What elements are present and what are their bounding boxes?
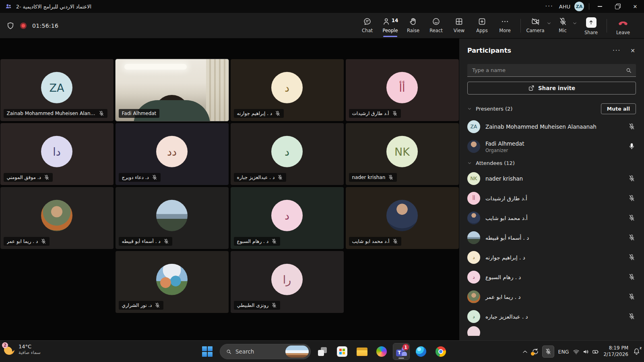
search-input[interactable] [472, 67, 625, 73]
presenter-row[interactable]: ZA Zainab Mohammed Muheisen Alanaanah [459, 117, 644, 136]
participant-photo-avatar [386, 200, 418, 231]
attendee-row[interactable]: د . ريما ابو عمر [459, 287, 644, 306]
mic-muted-icon[interactable] [628, 254, 635, 261]
battery-saver-icon[interactable] [592, 348, 599, 355]
video-tile[interactable]: را رونزى الطبيطي [231, 251, 344, 313]
file-explorer-button[interactable] [354, 343, 370, 360]
folder-icon [357, 348, 367, 356]
account-avatar[interactable]: ZA [574, 2, 584, 11]
tray-chevron-up-icon[interactable] [522, 348, 528, 355]
leave-button[interactable]: Leave [611, 14, 635, 38]
mic-muted-icon[interactable] [628, 274, 635, 280]
titlebar-more-icon[interactable]: ··· [540, 3, 559, 10]
mic-chevron-down-icon[interactable] [572, 21, 577, 26]
participant-avatar: د [271, 72, 303, 103]
notification-bell-icon [633, 348, 640, 355]
leave-handset-icon [618, 17, 628, 28]
restore-button[interactable] [609, 0, 626, 13]
panel-title: Participants [467, 47, 511, 54]
share-invite-button[interactable]: Share invite [467, 82, 636, 95]
camera-button[interactable]: Camera [525, 14, 546, 38]
volume-icon[interactable] [582, 348, 589, 355]
attendee-row[interactable]: أأ أ.د طارق ارشيدات [459, 188, 644, 208]
participant-name: د . عبدالعزيز جباره [485, 313, 528, 320]
video-tile[interactable]: د . ريما ابو عمر [0, 187, 114, 249]
attendee-row[interactable]: أ.د محمد ابو شايب [459, 208, 644, 228]
video-tile[interactable]: NK nader krishan [346, 123, 459, 185]
wifi-icon[interactable] [573, 348, 580, 355]
mic-muted-icon[interactable] [628, 195, 635, 202]
minimize-button[interactable] [591, 0, 609, 13]
mic-active-icon[interactable] [628, 143, 635, 150]
notification-center-button[interactable]: z [633, 348, 641, 356]
mic-muted-icon[interactable] [628, 123, 635, 130]
search-label: Search [235, 348, 282, 355]
video-tile-camera-on[interactable]: Fadi Alhmedat [116, 59, 229, 121]
presenter-row[interactable]: Fadi Alhmedat Organizer [459, 136, 644, 156]
task-view-icon [318, 347, 327, 356]
weather-widget[interactable]: 2 14°C سماء صافية [4, 343, 41, 355]
view-button[interactable]: View [448, 14, 471, 38]
video-tile[interactable]: أ.د محمد ابو شايب [346, 187, 459, 249]
attendee-row-partial[interactable] [459, 326, 644, 336]
clock[interactable]: 8:19 PM 2/17/2026 [602, 345, 630, 358]
video-tile[interactable]: د . أسماء أبو قبيطه [116, 187, 229, 249]
chat-button[interactable]: Chat [356, 14, 379, 38]
people-count: 14 [392, 18, 398, 23]
participant-photo-avatar [467, 140, 480, 153]
teams-taskbar-button[interactable]: 1 [393, 343, 409, 360]
attendee-row[interactable]: د د . عبدالعزيز جباره [459, 306, 644, 326]
language-indicator[interactable]: ENG [557, 349, 570, 355]
camera-chevron-down-icon[interactable] [547, 21, 551, 26]
task-view-button[interactable] [314, 343, 330, 360]
participant-name-pill: Zainab Mohammed Muheisen Alanaa... [4, 109, 108, 118]
attendee-row[interactable]: د د . إبراهيم جوارنه [459, 247, 644, 267]
mic-muted-icon[interactable] [628, 214, 635, 221]
participant-search[interactable] [467, 64, 636, 77]
more-button[interactable]: More [493, 14, 516, 38]
share-button[interactable]: Share [580, 14, 603, 38]
raise-hand-button[interactable]: Raise [402, 14, 425, 38]
participant-avatar: NK [467, 172, 480, 185]
close-button[interactable] [626, 0, 644, 13]
attendees-section-header[interactable]: Attendees (12) [467, 160, 515, 166]
video-tile[interactable]: د د . إبراهيم جوارنه [231, 59, 344, 121]
attendee-row[interactable]: د . أسماء أبو قبيطه [459, 228, 644, 247]
video-tile[interactable]: دد د. دعاء دويرج [116, 123, 229, 185]
react-button[interactable]: React [425, 14, 448, 38]
security-shield-icon [6, 22, 14, 30]
start-button[interactable] [200, 343, 216, 360]
mic-muted-icon[interactable] [628, 293, 635, 300]
participant-name-pill: Fadi Alhmedat [119, 109, 160, 118]
video-tile[interactable]: د د . رهام السبوع [231, 187, 344, 249]
search-highlight-image[interactable] [285, 346, 309, 358]
apps-button[interactable]: Apps [471, 14, 493, 38]
taskbar-search[interactable]: Search [220, 344, 311, 359]
participant-name: د. موفق المومني [7, 175, 41, 180]
panel-more-icon[interactable]: ··· [613, 47, 621, 54]
mic-muted-icon [392, 111, 398, 116]
panel-close-icon[interactable]: ✕ [630, 47, 635, 54]
video-tile[interactable]: أأ أ.د طارق ارشيدات [346, 59, 459, 121]
edge-button[interactable] [413, 343, 429, 360]
attendee-row[interactable]: د د . رهام السبوع [459, 267, 644, 287]
tray-mic-button[interactable] [542, 346, 554, 358]
video-stage: ZA Zainab Mohammed Muheisen Alanaa... Fa… [0, 39, 459, 340]
people-button[interactable]: 14 People [379, 14, 402, 38]
mic-muted-icon[interactable] [628, 234, 635, 241]
update-sync-button[interactable] [531, 348, 539, 356]
mic-button[interactable]: Mic [554, 14, 572, 38]
mic-muted-icon[interactable] [628, 313, 635, 320]
video-tile[interactable]: دا د. موفق المومني [0, 123, 114, 185]
chrome-button[interactable] [433, 343, 449, 360]
copilot-button[interactable] [374, 343, 390, 360]
presenters-section-header[interactable]: Presenters (2) [467, 106, 512, 112]
video-tile[interactable]: د د . عبدالعزيز جباره [231, 123, 344, 185]
mute-all-button[interactable]: Mute all [601, 103, 636, 114]
attendee-row[interactable]: NK nader krishan [459, 169, 644, 188]
video-tile[interactable]: د. نور الشراري [116, 251, 229, 313]
participant-photo-avatar [467, 212, 480, 224]
microsoft-store-button[interactable] [334, 343, 350, 360]
mic-muted-icon[interactable] [628, 175, 635, 182]
video-tile[interactable]: ZA Zainab Mohammed Muheisen Alanaa... [0, 59, 114, 121]
